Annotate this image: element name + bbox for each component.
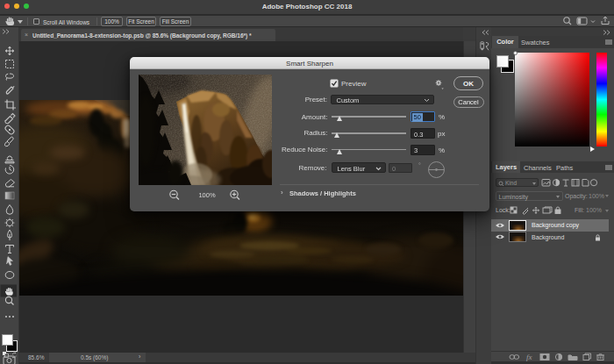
- svg-text:fx: fx: [526, 353, 532, 361]
